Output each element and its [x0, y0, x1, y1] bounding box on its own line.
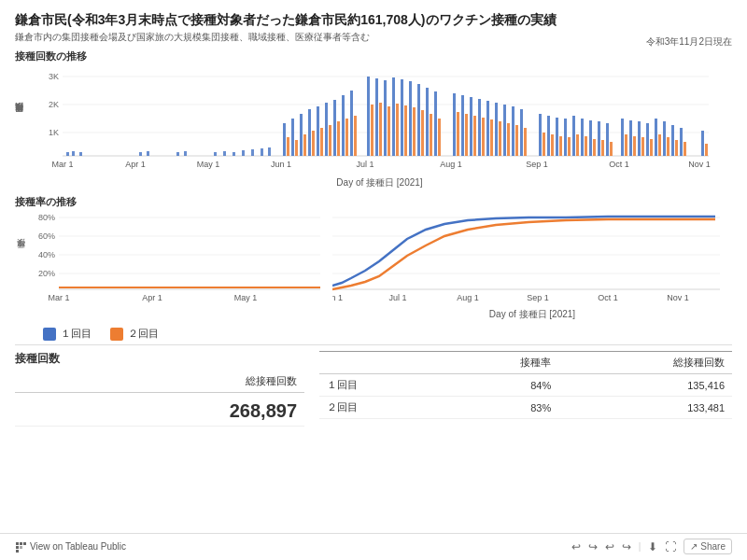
svg-rect-22 — [184, 151, 187, 156]
chart2-right: Jun 1 Jul 1 Aug 1 Sep 1 Oct 1 Nov 1 Day … — [332, 213, 732, 321]
svg-rect-61 — [421, 110, 424, 156]
svg-text:Mar 1: Mar 1 — [48, 293, 69, 302]
page-title: 鎌倉市民(令和3年3月末時点で接種対象者だった鎌倉市民約161,708人)のワク… — [15, 11, 732, 28]
svg-rect-31 — [287, 137, 289, 156]
total-vaccinations-value: 268,897 — [15, 393, 304, 427]
svg-rect-102 — [621, 119, 624, 156]
svg-text:Jul 1: Jul 1 — [356, 160, 374, 169]
svg-rect-62 — [426, 88, 429, 156]
reset-icon[interactable]: ↩ — [605, 540, 614, 553]
row1-label: １回目 — [319, 374, 439, 397]
svg-rect-117 — [684, 142, 686, 156]
svg-text:Sep 1: Sep 1 — [526, 160, 548, 169]
svg-rect-119 — [705, 144, 708, 156]
svg-rect-89 — [559, 136, 562, 156]
svg-rect-37 — [312, 131, 315, 156]
row2-label: ２回目 — [319, 397, 439, 419]
stats-left: 接種回数 総接種回数 268,897 — [15, 351, 304, 427]
svg-rect-91 — [568, 137, 571, 156]
svg-rect-78 — [503, 105, 506, 156]
svg-rect-88 — [556, 118, 558, 156]
chart1-container: 数人場接種回接種 3K 2K 1K Mar 1 Apr 1 May 1 Jun … — [15, 67, 732, 189]
left-table: 総接種回数 268,897 — [15, 371, 304, 427]
redo-icon[interactable]: ↪ — [588, 540, 598, 553]
forward-icon[interactable]: ↪ — [622, 540, 631, 553]
svg-rect-40 — [325, 103, 328, 156]
svg-rect-50 — [375, 78, 378, 156]
divider — [15, 344, 732, 345]
svg-rect-113 — [667, 137, 669, 156]
svg-rect-19 — [139, 152, 142, 156]
svg-rect-24 — [223, 151, 226, 156]
svg-rect-41 — [329, 125, 331, 156]
svg-rect-77 — [499, 121, 501, 156]
svg-text:40%: 40% — [38, 250, 55, 259]
charts-row: 接種率 80% 60% 40% 20% Mar 1 Apr 1 — [15, 213, 732, 321]
svg-rect-34 — [300, 114, 303, 156]
svg-rect-68 — [461, 95, 464, 156]
svg-text:Jun 1: Jun 1 — [271, 160, 291, 169]
right-table-col0 — [319, 352, 439, 374]
share-button[interactable]: ↗ Share — [684, 539, 732, 554]
share-icon: ↗ — [690, 541, 698, 552]
svg-rect-46 — [350, 91, 353, 156]
right-table: 接種率 総接種回数 １回目 84% 135,416 ２回目 83% — [319, 352, 732, 419]
row1-rate: 84% — [439, 374, 558, 397]
svg-rect-82 — [520, 109, 523, 156]
svg-text:60%: 60% — [38, 231, 55, 241]
svg-text:May 1: May 1 — [234, 293, 258, 302]
chart2-left: 接種率 80% 60% 40% 20% Mar 1 Apr 1 — [15, 213, 332, 321]
svg-rect-97 — [593, 139, 596, 156]
chart2-y-label: 接種率 — [15, 213, 27, 297]
svg-rect-83 — [524, 128, 527, 156]
svg-rect-99 — [601, 140, 604, 156]
chart2-left-svg: 80% 60% 40% 20% Mar 1 Apr 1 May 1 — [31, 213, 330, 306]
svg-text:Nov 1: Nov 1 — [688, 160, 711, 169]
svg-rect-33 — [295, 140, 298, 156]
svg-rect-85 — [543, 133, 545, 156]
svg-text:80%: 80% — [38, 213, 55, 222]
svg-rect-109 — [650, 139, 653, 156]
undo-icon[interactable]: ↩ — [571, 540, 581, 553]
chart1-y-axis-label: 数人場接種回接種 — [15, 67, 23, 170]
svg-text:Nov 1: Nov 1 — [667, 293, 689, 302]
svg-rect-30 — [283, 123, 286, 156]
svg-rect-18 — [79, 152, 82, 156]
footer-link-label[interactable]: View on Tableau Public — [30, 541, 126, 552]
svg-rect-100 — [606, 123, 609, 156]
svg-rect-17 — [72, 151, 75, 156]
svg-rect-56 — [401, 79, 403, 156]
right-table-col1: 接種率 — [439, 352, 558, 374]
svg-rect-64 — [434, 91, 437, 156]
svg-rect-87 — [551, 134, 554, 156]
svg-rect-39 — [320, 128, 323, 156]
footer-link[interactable]: View on Tableau Public — [15, 541, 126, 553]
chart2-right-svg: Jun 1 Jul 1 Aug 1 Sep 1 Oct 1 Nov 1 — [332, 213, 725, 306]
left-table-header: 総接種回数 — [15, 371, 304, 393]
svg-rect-73 — [482, 118, 485, 156]
svg-rect-54 — [392, 77, 395, 156]
svg-rect-23 — [214, 152, 217, 156]
download-icon[interactable]: ⬇ — [648, 540, 657, 553]
svg-rect-148 — [23, 542, 26, 545]
bottom-section: 接種回数 総接種回数 268,897 — [15, 351, 732, 427]
footer-bar: View on Tableau Public ↩ ↪ ↩ ↪ | ⬇ ⛶ ↗ S… — [0, 533, 747, 554]
svg-rect-36 — [308, 109, 311, 156]
svg-text:Oct 1: Oct 1 — [609, 160, 629, 169]
right-table-wrapper: 接種率 総接種回数 １回目 84% 135,416 ２回目 83% — [319, 351, 732, 419]
svg-text:Mar 1: Mar 1 — [51, 160, 73, 169]
svg-rect-38 — [317, 106, 319, 156]
svg-rect-84 — [539, 114, 542, 156]
legend-label-1: １回目 — [61, 327, 92, 341]
svg-text:2K: 2K — [49, 100, 59, 109]
svg-rect-86 — [547, 116, 550, 156]
fullscreen-icon[interactable]: ⛶ — [665, 540, 676, 553]
svg-rect-80 — [512, 106, 514, 156]
svg-rect-66 — [453, 93, 456, 156]
svg-rect-114 — [671, 125, 674, 156]
svg-rect-74 — [486, 101, 489, 156]
svg-rect-45 — [345, 119, 348, 156]
svg-rect-43 — [337, 121, 340, 156]
svg-text:Jul 1: Jul 1 — [388, 293, 406, 302]
svg-rect-92 — [572, 116, 575, 156]
